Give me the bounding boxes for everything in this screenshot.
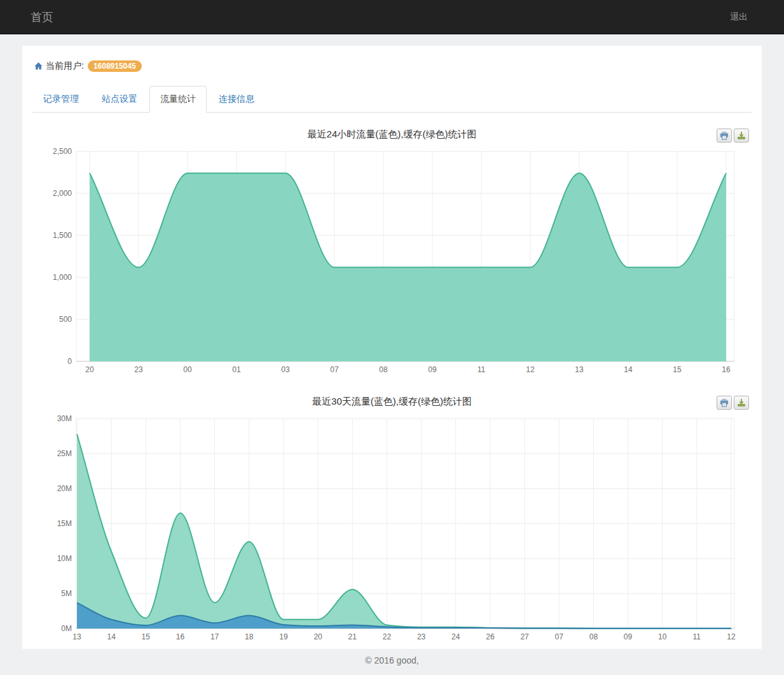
- tab-record-management[interactable]: 记录管理: [32, 86, 90, 113]
- current-user-row: 当前用户: 1608915045: [34, 60, 142, 73]
- chart-30d-title: 最近30天流量(蓝色),缓存(绿色)统计图: [22, 396, 762, 408]
- svg-text:24: 24: [451, 632, 460, 641]
- svg-text:14: 14: [107, 632, 116, 641]
- svg-text:10M: 10M: [57, 554, 72, 563]
- svg-text:19: 19: [279, 632, 288, 641]
- svg-text:07: 07: [330, 365, 339, 374]
- svg-text:08: 08: [379, 365, 388, 374]
- print-icon[interactable]: [717, 396, 732, 410]
- navbar-brand-home[interactable]: 首页: [31, 10, 53, 25]
- svg-text:500: 500: [59, 315, 72, 324]
- chart-30d-toolbar: [715, 396, 749, 410]
- svg-text:01: 01: [232, 365, 241, 374]
- home-icon: [34, 62, 43, 71]
- print-icon[interactable]: [717, 129, 732, 143]
- svg-text:07: 07: [555, 632, 564, 641]
- svg-text:30M: 30M: [57, 415, 72, 423]
- svg-text:22: 22: [383, 632, 392, 641]
- svg-text:12: 12: [526, 365, 535, 374]
- svg-text:2,500: 2,500: [53, 148, 72, 156]
- svg-text:23: 23: [134, 365, 143, 374]
- svg-text:5M: 5M: [61, 589, 72, 598]
- footer-copyright: © 2016 good,: [0, 655, 784, 665]
- svg-text:0M: 0M: [61, 624, 72, 633]
- svg-text:18: 18: [245, 632, 254, 641]
- svg-text:11: 11: [693, 632, 701, 641]
- chart-24h-toolbar: [715, 129, 749, 143]
- svg-text:1,500: 1,500: [53, 231, 72, 240]
- svg-text:25M: 25M: [57, 449, 72, 458]
- svg-text:17: 17: [210, 632, 219, 641]
- tab-traffic-stats[interactable]: 流量统计: [149, 86, 207, 113]
- svg-text:15: 15: [142, 632, 151, 641]
- chart-30d-area: 0M5M10M15M20M25M30M131415161718192021222…: [22, 415, 762, 644]
- tab-connection-info[interactable]: 连接信息: [208, 86, 265, 113]
- svg-text:13: 13: [575, 365, 584, 374]
- svg-text:20: 20: [85, 365, 94, 374]
- current-user-label: 当前用户:: [46, 60, 84, 72]
- svg-text:27: 27: [520, 632, 529, 641]
- svg-text:20: 20: [313, 632, 322, 641]
- tab-site-settings[interactable]: 站点设置: [91, 86, 148, 113]
- svg-text:09: 09: [624, 632, 633, 641]
- svg-text:2,000: 2,000: [53, 189, 72, 198]
- download-icon[interactable]: [734, 396, 749, 410]
- svg-text:12: 12: [727, 632, 736, 641]
- svg-text:15M: 15M: [57, 519, 72, 528]
- logout-link[interactable]: 退出: [730, 11, 748, 23]
- svg-text:10: 10: [658, 632, 667, 641]
- svg-text:08: 08: [589, 632, 598, 641]
- svg-text:00: 00: [183, 365, 192, 374]
- chart-24h-area: 05001,0001,5002,0002,5002023000103070809…: [22, 148, 762, 377]
- tab-bar: 记录管理 站点设置 流量统计 连接信息: [32, 86, 752, 113]
- svg-text:26: 26: [486, 632, 495, 641]
- svg-text:0: 0: [67, 357, 72, 366]
- top-navbar: 首页 退出: [0, 0, 784, 34]
- svg-text:03: 03: [281, 365, 290, 374]
- main-panel: 当前用户: 1608915045 记录管理 站点设置 流量统计 连接信息 最近2…: [22, 46, 762, 649]
- svg-text:20M: 20M: [57, 484, 72, 493]
- svg-text:21: 21: [348, 632, 357, 641]
- svg-text:13: 13: [72, 632, 81, 641]
- svg-text:14: 14: [624, 365, 633, 374]
- svg-text:09: 09: [428, 365, 437, 374]
- svg-text:11: 11: [478, 365, 486, 374]
- svg-text:16: 16: [722, 365, 731, 374]
- svg-text:15: 15: [673, 365, 682, 374]
- svg-text:23: 23: [417, 632, 426, 641]
- download-icon[interactable]: [734, 129, 749, 143]
- svg-text:1,000: 1,000: [53, 273, 72, 282]
- chart-24h-title: 最近24小时流量(蓝色),缓存(绿色)统计图: [22, 129, 762, 141]
- user-id-badge: 1608915045: [88, 60, 142, 72]
- svg-text:16: 16: [176, 632, 185, 641]
